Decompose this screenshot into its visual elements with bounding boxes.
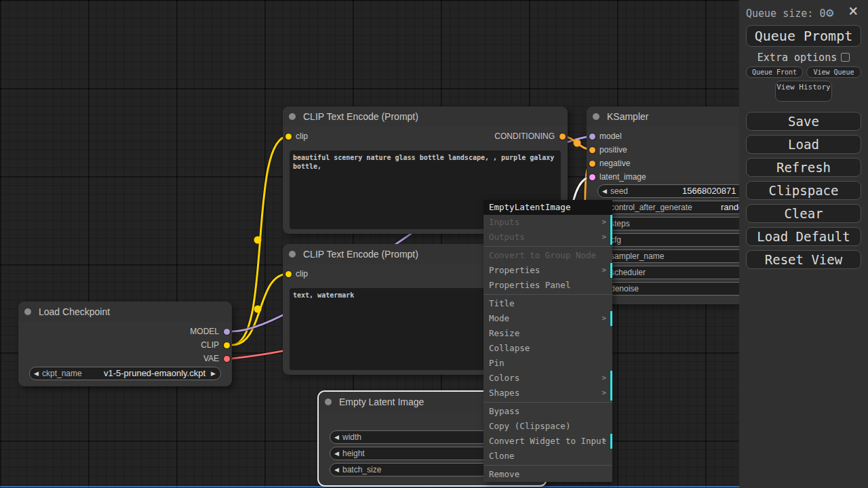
refresh-button[interactable]: Refresh xyxy=(746,158,861,177)
widget-name: sampler_name xyxy=(610,250,664,262)
context-menu-item-properties[interactable]: Properties xyxy=(484,263,612,278)
node-status-dot-icon xyxy=(325,399,332,405)
node-title-bar[interactable]: CLIP Text Encode (Prompt) xyxy=(283,106,568,127)
widget-name: seed xyxy=(610,185,628,197)
context-menu-item-inputs[interactable]: Inputs xyxy=(484,215,612,230)
node-status-dot-icon xyxy=(593,113,599,120)
link-midpoint-dot[interactable] xyxy=(574,140,581,147)
context-menu-separator xyxy=(484,246,612,247)
node-title: Empty Latent Image xyxy=(339,392,424,412)
output-slot-CONDITIONING[interactable]: CONDITIONING xyxy=(283,129,568,143)
input-label: model xyxy=(599,129,622,143)
output-label: VAE xyxy=(203,352,219,365)
node-title: CLIP Text Encode (Prompt) xyxy=(303,244,418,264)
node-title: CLIP Text Encode (Prompt) xyxy=(303,106,418,127)
output-label: MODEL xyxy=(190,325,219,338)
node-graph-canvas[interactable]: CLIP Text Encode (Prompt)clipCONDITIONIN… xyxy=(0,0,868,488)
widget-value: v1-5-pruned-emaonly.ckpt xyxy=(104,367,205,380)
widget-name: denoise xyxy=(610,283,639,295)
clear-button[interactable]: Clear xyxy=(746,204,861,223)
queue-size-label: Queue size: 0 xyxy=(746,7,825,20)
context-menu-item-properties-panel[interactable]: Properties Panel xyxy=(484,278,612,293)
widget-name: scheduler xyxy=(610,266,646,279)
context-menu-item-bypass[interactable]: Bypass xyxy=(484,404,612,419)
context-menu-title: EmptyLatentImage xyxy=(484,200,612,215)
output-label: CLIP xyxy=(201,338,219,352)
node-load-checkpoint[interactable]: Load CheckpointMODELCLIPVAEckpt_namev1-5… xyxy=(18,302,232,386)
reset-view-button[interactable]: Reset View xyxy=(746,250,861,269)
context-menu-item-mode[interactable]: Mode xyxy=(484,311,612,326)
output-dot-VAE[interactable] xyxy=(224,356,230,362)
load-button[interactable]: Load xyxy=(746,135,861,154)
save-button[interactable]: Save xyxy=(746,112,861,131)
context-menu-item-pin[interactable]: Pin xyxy=(484,356,612,371)
widget-name: width xyxy=(342,431,361,443)
view-history-button[interactable]: View History xyxy=(775,81,832,102)
input-label: negative xyxy=(599,157,630,170)
link-midpoint-dot[interactable] xyxy=(254,237,262,244)
output-dot-CLIP[interactable] xyxy=(224,342,230,348)
context-menu-item-shapes[interactable]: Shapes xyxy=(484,386,612,401)
input-dot-positive[interactable] xyxy=(589,147,595,153)
view-queue-button[interactable]: View Queue xyxy=(806,66,861,78)
context-menu-item-colors[interactable]: Colors xyxy=(484,371,612,386)
link-midpoint-dot[interactable] xyxy=(254,306,262,313)
node-title: KSampler xyxy=(607,106,648,127)
context-menu-item-remove[interactable]: Remove xyxy=(484,467,612,482)
output-slot-CLIP[interactable]: CLIP xyxy=(18,338,232,352)
context-menu-item-title[interactable]: Title xyxy=(484,296,612,311)
widget-name: steps xyxy=(610,218,630,230)
context-menu-item-resize[interactable]: Resize xyxy=(484,326,612,341)
settings-gear-icon[interactable]: ⚙ xyxy=(826,5,833,20)
load-default-button[interactable]: Load Default xyxy=(746,227,861,246)
input-dot-model[interactable] xyxy=(589,134,595,140)
extra-options-label: Extra options xyxy=(739,52,868,64)
node-status-dot-icon xyxy=(24,308,31,315)
node-title: Load Checkpoint xyxy=(39,302,110,322)
extra-options-checkbox[interactable] xyxy=(841,53,850,62)
widget-name: control_after_generate xyxy=(610,201,692,214)
node-title-bar[interactable]: Load Checkpoint xyxy=(18,302,232,322)
input-dot-negative[interactable] xyxy=(589,161,595,167)
offscreen-node-edge xyxy=(0,486,739,487)
context-menu-item-convert-to-group-node[interactable]: Convert to Group Node xyxy=(484,248,612,263)
context-menu-item-copy-clipspace-[interactable]: Copy (Clipspace) xyxy=(484,419,612,434)
queue-front-button[interactable]: Queue Front xyxy=(746,66,803,78)
clipspace-button[interactable]: Clipspace xyxy=(746,181,861,200)
widget-name: batch_size xyxy=(342,464,381,476)
output-dot-CONDITIONING[interactable] xyxy=(559,134,566,140)
widget-name: height xyxy=(342,447,365,460)
widget-value: 15668020871 xyxy=(682,185,736,197)
input-label: latent_image xyxy=(599,170,646,184)
queue-size-value: 0 xyxy=(819,7,825,20)
queue-menu-panel: Queue size: 0 ⚙ × Queue Prompt Extra opt… xyxy=(739,0,868,488)
queue-prompt-button[interactable]: Queue Prompt xyxy=(746,25,861,47)
context-menu-item-clone[interactable]: Clone xyxy=(484,449,612,464)
close-icon[interactable]: × xyxy=(848,1,858,20)
node-status-dot-icon xyxy=(289,251,296,258)
context-menu: EmptyLatentImage InputsOutputsConvert to… xyxy=(484,200,612,482)
context-menu-separator xyxy=(484,465,612,466)
widget-name: ckpt_name xyxy=(42,367,82,380)
output-slot-VAE[interactable]: VAE xyxy=(18,352,232,365)
input-label: positive xyxy=(599,143,627,157)
output-dot-MODEL[interactable] xyxy=(224,329,230,335)
node-status-dot-icon xyxy=(289,113,296,120)
context-menu-separator xyxy=(484,402,612,403)
context-menu-item-outputs[interactable]: Outputs xyxy=(484,230,612,245)
input-dot-latent_image[interactable] xyxy=(589,174,595,180)
output-slot-MODEL[interactable]: MODEL xyxy=(18,325,232,338)
output-label: CONDITIONING xyxy=(494,129,555,143)
context-menu-item-convert-widget-to-input[interactable]: Convert Widget to Input xyxy=(484,434,612,449)
context-menu-separator xyxy=(484,294,612,295)
context-menu-item-collapse[interactable]: Collapse xyxy=(484,341,612,356)
widget-ckpt_name[interactable]: ckpt_namev1-5-pruned-emaonly.ckpt xyxy=(29,367,221,380)
